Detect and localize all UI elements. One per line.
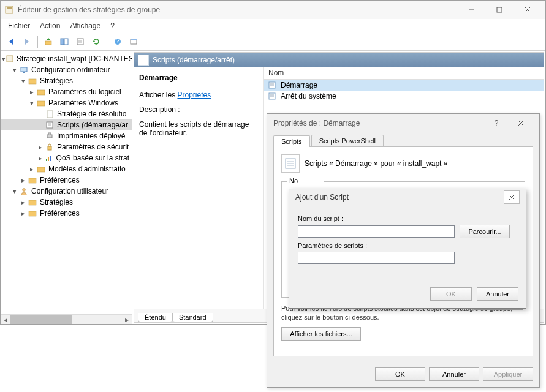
svg-rect-32	[48, 133, 51, 135]
label-show: Afficher les	[139, 91, 177, 99]
svg-rect-26	[37, 101, 45, 106]
scroll-left-button[interactable]: ◂	[1, 315, 10, 324]
list-item-startup[interactable]: Démarrage	[264, 80, 544, 91]
computer-icon	[19, 65, 29, 75]
svg-rect-38	[29, 178, 36, 183]
close-button[interactable]	[509, 114, 533, 132]
tree-expander[interactable]: ▾	[10, 66, 19, 74]
cancel-button[interactable]: Annuler	[429, 368, 479, 381]
tree-scripts[interactable]: Scripts (démarrage/ar	[1, 119, 132, 130]
tree-expander[interactable]: ▸	[19, 198, 28, 206]
app-icon	[4, 5, 14, 15]
svg-rect-25	[37, 90, 45, 95]
menu-view[interactable]: Affichage	[65, 20, 105, 31]
up-button[interactable]	[42, 35, 55, 48]
tree-preferences[interactable]: ▸Préférences	[1, 175, 132, 186]
apply-button[interactable]: Appliquer	[483, 368, 533, 381]
tree-security[interactable]: ▸Paramètres de sécurit	[1, 141, 132, 153]
forward-button[interactable]	[20, 35, 34, 48]
menu-action[interactable]: Action	[35, 20, 65, 31]
tree-root[interactable]: ▾Stratégie install_wapt [DC-NANTES.	[1, 53, 132, 64]
menubar: Fichier Action Affichage ?	[1, 19, 545, 32]
tree-windows-settings[interactable]: ▾Paramètres Windows	[1, 97, 132, 108]
options-button[interactable]	[127, 35, 140, 48]
scroll-right-button[interactable]: ▸	[122, 315, 132, 324]
tab-extended[interactable]: Étendu	[138, 313, 173, 322]
tree-printers[interactable]: Imprimantes déployé	[1, 130, 132, 141]
add-script-dialog: Ajout d'un Script Nom du script : Parcou…	[289, 189, 526, 309]
tree-policies[interactable]: ▾Stratégies	[1, 75, 132, 86]
svg-rect-11	[64, 39, 68, 45]
details-header: Scripts (démarrage/arrêt)	[134, 53, 544, 67]
dialog-titlebar: Propriétés de : Démarrage ?	[267, 114, 539, 132]
tree-expander[interactable]: ▾	[28, 99, 36, 107]
help-button[interactable]: ?	[484, 114, 509, 132]
tree-user-policies[interactable]: ▸Stratégies	[1, 197, 132, 208]
tree-expander[interactable]: ▾	[19, 77, 28, 85]
script-params-label: Paramètres de scripts :	[298, 242, 517, 249]
ok-button[interactable]: OK	[430, 287, 472, 301]
svg-rect-35	[48, 157, 49, 161]
menu-help[interactable]: ?	[105, 20, 119, 31]
folder-icon	[28, 76, 37, 86]
tree-qos[interactable]: ▸QoS basée sur la strat	[1, 153, 132, 164]
description-label: Description :	[139, 105, 258, 114]
svg-rect-22	[21, 67, 27, 72]
scroll-thumb[interactable]	[10, 315, 72, 324]
properties-link[interactable]: Propriétés	[177, 91, 211, 99]
tree-label: Paramètres Windows	[48, 99, 118, 107]
browse-button[interactable]: Parcourir...	[460, 225, 510, 238]
script-params-input[interactable]	[298, 252, 455, 264]
properties-tabs: Scripts Scripts PowerShell	[273, 135, 533, 147]
ok-button[interactable]: OK	[375, 368, 425, 381]
svg-rect-31	[47, 135, 52, 138]
tree-expander[interactable]: ▸	[36, 154, 44, 162]
help-button[interactable]: ?	[111, 35, 124, 48]
back-button[interactable]	[4, 35, 18, 48]
tree-expander[interactable]: ▸	[36, 143, 45, 151]
properties-button[interactable]	[74, 35, 87, 48]
show-hide-tree-button[interactable]	[58, 35, 71, 48]
svg-rect-23	[23, 72, 25, 73]
column-header-name[interactable]: Nom	[264, 67, 544, 80]
tree-expander[interactable]: ▸	[19, 176, 28, 184]
tree-label: Paramètres de sécurit	[57, 143, 129, 151]
user-icon	[19, 186, 29, 196]
svg-rect-0	[6, 6, 13, 13]
tree-label: Stratégies	[40, 198, 73, 206]
cancel-button[interactable]: Annuler	[477, 287, 518, 301]
tree-expander[interactable]: ▾	[10, 187, 19, 195]
svg-rect-24	[29, 79, 36, 84]
menu-file[interactable]: Fichier	[3, 20, 35, 31]
script-name-input[interactable]	[298, 225, 455, 238]
tree-expander[interactable]: ▸	[19, 209, 28, 217]
svg-marker-9	[46, 38, 51, 40]
folder-icon	[28, 175, 37, 185]
tree-user-config[interactable]: ▾Configuration utilisateur	[1, 186, 132, 197]
tab-standard[interactable]: Standard	[172, 313, 213, 322]
list-item-shutdown[interactable]: Arrêt du système	[264, 91, 544, 102]
tree-software-settings[interactable]: ▸Paramètres du logiciel	[1, 86, 132, 97]
script-icon	[281, 154, 300, 173]
tree-hscrollbar[interactable]: ◂ ▸	[1, 314, 132, 324]
folder-icon	[36, 164, 46, 174]
tree-computer-config[interactable]: ▾Configuration ordinateur	[1, 64, 132, 75]
console-tree[interactable]: ▾Stratégie install_wapt [DC-NANTES. ▾Con…	[1, 51, 132, 324]
refresh-button[interactable]	[89, 35, 103, 48]
script-name-label: Nom du script :	[298, 215, 517, 222]
close-button[interactable]	[514, 1, 542, 19]
tree-expander[interactable]: ▸	[28, 88, 36, 96]
column-header: No	[287, 177, 324, 184]
tree-admin-templates[interactable]: ▸Modèles d'administratio	[1, 164, 132, 175]
close-button[interactable]	[504, 190, 520, 204]
tab-scripts[interactable]: Scripts	[273, 135, 310, 147]
minimize-button[interactable]	[457, 1, 485, 19]
tab-powershell[interactable]: Scripts PowerShell	[311, 135, 384, 146]
svg-rect-41	[29, 211, 36, 216]
show-files-button[interactable]: Afficher les fichiers...	[281, 327, 361, 341]
tree-name-resolution[interactable]: Stratégie de résolutio	[1, 108, 132, 119]
maximize-button[interactable]	[485, 1, 514, 19]
tree-user-preferences[interactable]: ▸Préférences	[1, 208, 132, 219]
tree-label: Paramètres du logiciel	[48, 88, 121, 96]
tree-expander[interactable]: ▸	[28, 165, 36, 173]
